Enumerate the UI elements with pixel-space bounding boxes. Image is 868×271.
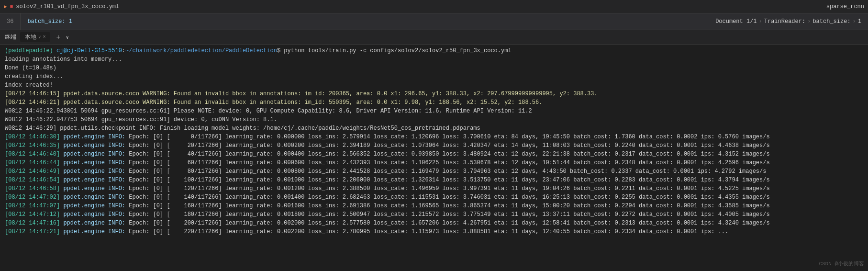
collapse-icon[interactable]: ▶	[4, 3, 7, 10]
terminal-line: [08/12 14:46:21] ppdet.data.source.coco …	[5, 98, 863, 107]
terminal-content: (paddlepaddle) cj@cj-Dell-G15-5510:~/cha…	[0, 45, 868, 271]
terminal-tab-label: 本地	[25, 33, 36, 41]
terminal-line: [08/12 14:47:07] ppdet.engine INFO: Epoc…	[5, 202, 863, 210]
terminal-line: [08/12 14:47:16] ppdet.engine INFO: Epoc…	[5, 219, 863, 227]
terminal-line: index created!	[5, 81, 863, 90]
terminal-line: W0812 14:46:22.943801 50694 gpu_resource…	[5, 107, 863, 115]
terminal-line: (paddlepaddle) cj@cj-Dell-G15-5510:~/cha…	[5, 46, 863, 55]
terminal-line: W0812 14:46:29] ppdet.utils.checkpoint I…	[5, 124, 863, 133]
line-num: 36	[0, 13, 21, 30]
file-bar-right: sparse_rcnn	[826, 3, 864, 10]
file-bar: ▶ ■ solov2_r101_vd_fpn_3x_coco.yml spars…	[0, 0, 868, 13]
terminal-line: creating index...	[5, 72, 863, 81]
watermark: CSDN @小俊的博客	[819, 260, 864, 267]
terminal-line: [08/12 14:47:12] ppdet.engine INFO: Epoc…	[5, 210, 863, 219]
sep1: ›	[759, 18, 762, 25]
terminal-line: Done (t=10.48s)	[5, 64, 863, 72]
filename: solov2_r101_vd_fpn_3x_coco.yml	[16, 3, 119, 10]
sep2: ›	[807, 18, 811, 25]
breadcrumb: Document 1/1 › TrainReader: › batch_size…	[709, 13, 868, 30]
breadcrumb-batchsize: batch_size:	[812, 18, 850, 25]
add-terminal-button[interactable]: +	[54, 34, 62, 41]
terminal-line: [08/12 14:46:40] ppdet.engine INFO: Epoc…	[5, 150, 863, 158]
terminal-line: W0812 14:46:22.947753 50694 gpu_resource…	[5, 115, 863, 124]
terminal-tab-item[interactable]: 本地 ∨ ×	[20, 32, 50, 42]
terminal-chevron-icon[interactable]: ∨	[66, 34, 69, 40]
editor-content-tab: batch_size: 1	[21, 13, 709, 30]
terminal-line: loading annotations into memory...	[5, 55, 863, 64]
terminal-header: 终端 本地 ∨ × + ∨	[0, 30, 868, 45]
sep3: ›	[853, 18, 856, 25]
terminal-label: 终端	[5, 33, 16, 41]
breadcrumb-doc: Document 1/1	[715, 18, 757, 25]
terminal-line: [08/12 14:47:02] ppdet.engine INFO: Epoc…	[5, 193, 863, 202]
terminal-line: [08/12 14:46:54] ppdet.engine INFO: Epoc…	[5, 176, 863, 184]
terminal-line: [08/12 14:47:21] ppdet.engine INFO: Epoc…	[5, 227, 863, 236]
file-icon-red: ■	[10, 4, 13, 10]
terminal-line: [08/12 14:46:30] ppdet.engine INFO: Epoc…	[5, 133, 863, 141]
close-icon[interactable]: ×	[43, 34, 45, 40]
terminal-line: [08/12 14:46:49] ppdet.engine INFO: Epoc…	[5, 167, 863, 176]
breadcrumb-trainreader: TrainReader:	[764, 18, 805, 25]
terminal-line: [08/12 14:46:15] ppdet.data.source.coco …	[5, 90, 863, 98]
editor-line-content: batch_size: 1	[27, 18, 72, 25]
chevron-down-icon: ∨	[38, 34, 41, 40]
sparse-rcnn-item: sparse_rcnn	[826, 3, 864, 10]
file-bar-left: ▶ ■ solov2_r101_vd_fpn_3x_coco.yml	[4, 3, 826, 10]
terminal-line: [08/12 14:46:58] ppdet.engine INFO: Epoc…	[5, 184, 863, 193]
editor-tab-bar: 36 batch_size: 1 Document 1/1 › TrainRea…	[0, 13, 868, 30]
terminal-line: [08/12 14:46:35] ppdet.engine INFO: Epoc…	[5, 141, 863, 150]
breadcrumb-value: 1	[858, 18, 861, 25]
terminal-line: [08/12 14:46:44] ppdet.engine INFO: Epoc…	[5, 158, 863, 167]
